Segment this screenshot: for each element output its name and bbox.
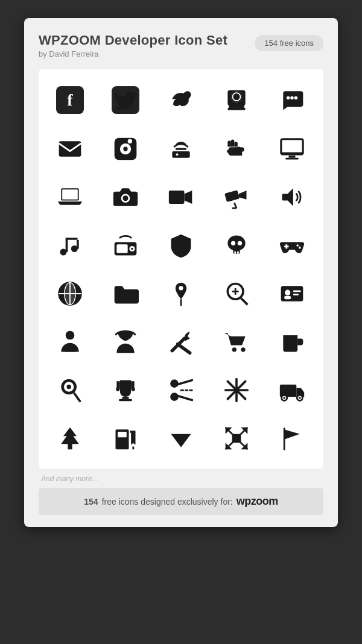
trophy-icon[interactable] (98, 366, 153, 414)
tree-icon[interactable] (42, 414, 98, 462)
svg-point-68 (232, 347, 237, 352)
svg-rect-14 (172, 151, 189, 158)
svg-point-44 (296, 244, 299, 247)
svg-point-40 (238, 241, 242, 245)
svg-rect-16 (176, 148, 186, 150)
svg-rect-64 (65, 346, 75, 352)
and-more-text: And many more... (41, 475, 323, 483)
flag-icon[interactable] (264, 414, 320, 462)
facebook-icon[interactable]: f (42, 75, 98, 125)
cart-icon[interactable] (209, 318, 264, 366)
main-card: WPZOOM Developer Icon Set by David Ferre… (24, 18, 338, 527)
svg-point-59 (285, 290, 290, 295)
music-icon[interactable] (42, 221, 98, 270)
svg-rect-97 (130, 431, 135, 433)
laptop-icon[interactable] (42, 173, 98, 221)
shield-icon[interactable] (153, 221, 209, 270)
telephone-icon[interactable] (209, 75, 264, 125)
svg-point-25 (122, 195, 128, 201)
svg-marker-100 (171, 434, 191, 447)
svg-line-67 (178, 344, 190, 353)
snowflake-icon[interactable] (209, 366, 264, 414)
disk-icon[interactable] (98, 125, 153, 173)
camera-icon[interactable] (98, 173, 153, 221)
svg-line-73 (74, 394, 80, 402)
icon-count-badge: 154 free icons (255, 35, 323, 51)
monitor-icon[interactable] (264, 125, 320, 173)
gas-station-icon[interactable] (98, 414, 153, 462)
footer-text: free icons designed exclusively for: (102, 497, 233, 507)
svg-point-72 (67, 385, 71, 389)
svg-rect-20 (285, 158, 299, 160)
subtitle: by David Ferreira (39, 49, 227, 58)
svg-point-5 (290, 96, 294, 100)
svg-rect-7 (59, 141, 81, 157)
header: WPZOOM Developer Icon Set by David Ferre… (39, 33, 323, 58)
svg-rect-23 (62, 189, 78, 200)
svg-rect-95 (118, 432, 127, 437)
svg-point-1 (234, 96, 238, 100)
globe-icon[interactable] (42, 270, 98, 318)
svg-line-81 (177, 396, 192, 400)
svg-point-92 (299, 397, 301, 399)
svg-point-4 (287, 96, 290, 100)
cctv-icon[interactable] (209, 173, 264, 221)
svg-point-45 (299, 247, 301, 249)
svg-rect-26 (169, 191, 185, 204)
twitter-icon[interactable] (98, 75, 153, 125)
svg-point-79 (171, 394, 178, 400)
scissors-icon[interactable] (153, 366, 209, 414)
chat-icon[interactable] (264, 75, 320, 125)
svg-line-80 (177, 380, 192, 385)
svg-rect-3 (227, 108, 245, 110)
video-icon[interactable] (153, 173, 209, 221)
svg-rect-74 (122, 397, 129, 399)
svg-point-90 (283, 397, 285, 399)
svg-rect-58 (281, 286, 303, 301)
svg-rect-60 (284, 296, 291, 300)
svg-marker-93 (61, 428, 78, 450)
svg-rect-96 (131, 432, 135, 445)
lollipop-icon[interactable] (42, 366, 98, 414)
bird-icon[interactable] (153, 75, 209, 125)
email-icon[interactable] (42, 125, 98, 173)
svg-point-78 (171, 380, 178, 387)
footer-bar: 154 free icons designed exclusively for:… (39, 488, 323, 515)
svg-rect-105 (232, 434, 241, 443)
id-card-icon[interactable] (264, 270, 320, 318)
folder-icon[interactable] (98, 270, 153, 318)
svg-point-39 (231, 241, 235, 245)
svg-point-13 (128, 139, 132, 144)
skull-icon[interactable] (209, 221, 264, 270)
mug-icon[interactable] (264, 318, 320, 366)
spy-icon[interactable] (98, 318, 153, 366)
svg-rect-19 (289, 156, 296, 158)
svg-rect-21 (282, 140, 302, 152)
speaker-icon[interactable] (264, 173, 320, 221)
svg-point-38 (131, 248, 133, 250)
radio-icon[interactable] (98, 221, 153, 270)
svg-rect-27 (224, 190, 240, 202)
gamepad-icon[interactable] (264, 221, 320, 270)
wifi-router-icon[interactable] (153, 125, 209, 173)
person-icon[interactable] (42, 318, 98, 366)
svg-point-69 (241, 347, 245, 352)
truck-icon[interactable] (264, 366, 320, 414)
svg-rect-61 (293, 291, 301, 292)
pin-icon[interactable] (153, 270, 209, 318)
svg-rect-62 (293, 294, 299, 295)
page-title: WPZOOM Developer Icon Set (39, 33, 227, 48)
svg-point-52 (179, 286, 183, 290)
search-plus-icon[interactable] (209, 270, 264, 318)
svg-point-87 (234, 388, 238, 392)
tools-icon[interactable] (153, 318, 209, 366)
svg-point-15 (176, 153, 179, 156)
footer-count: 154 (84, 497, 98, 507)
icons-grid: f (39, 69, 323, 469)
arrow-down-icon[interactable] (153, 414, 209, 462)
pointer-icon[interactable] (209, 125, 264, 173)
svg-point-6 (294, 96, 298, 100)
svg-rect-36 (116, 244, 127, 253)
compress-icon[interactable] (209, 414, 264, 462)
svg-point-99 (132, 443, 135, 447)
